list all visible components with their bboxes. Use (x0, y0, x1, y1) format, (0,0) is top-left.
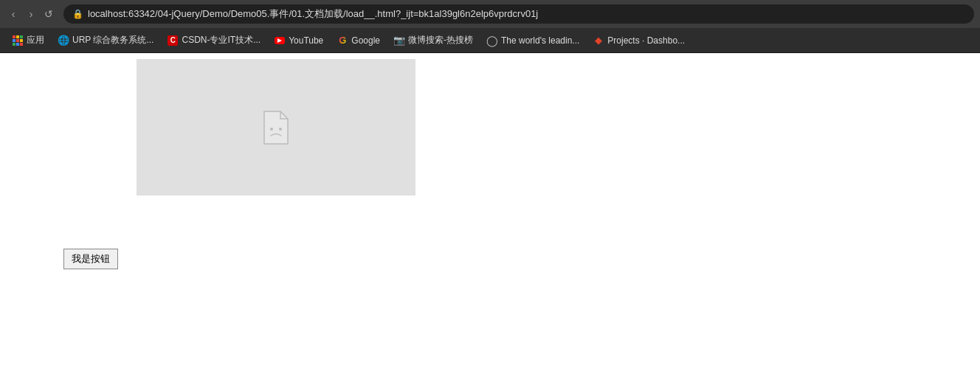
bookmark-weibo[interactable]: 📷 微博搜索-热搜榜 (387, 31, 479, 49)
page-button[interactable]: 我是按钮 (63, 249, 118, 269)
gitlab-icon: ◆ (593, 35, 604, 46)
lock-icon: 🔒 (72, 9, 83, 19)
bookmark-apps-label: 应用 (27, 34, 44, 46)
csdn-icon: C (167, 35, 179, 46)
bookmark-github-label: The world's leadin... (501, 35, 579, 46)
back-button[interactable]: ‹ (6, 7, 21, 21)
svg-point-0 (270, 128, 273, 131)
bookmarks-bar: 应用 🌐 URP 综合教务系统... C CSDN-专业IT技术... YouT… (0, 28, 980, 53)
bookmark-youtube-label: YouTube (289, 35, 323, 46)
reload-button[interactable]: ↺ (41, 7, 56, 21)
bookmark-gitlab[interactable]: ◆ Projects · Dashbo... (587, 32, 691, 49)
address-bar[interactable]: 🔒 localhost:63342/04-jQuery/Demo/Demo05.… (63, 4, 974, 24)
bookmark-google-label: Google (351, 35, 380, 46)
forward-button[interactable]: › (24, 7, 38, 21)
bookmark-weibo-label: 微博搜索-热搜榜 (408, 34, 473, 46)
bookmark-youtube[interactable]: YouTube (268, 32, 329, 49)
github-icon: ◯ (486, 35, 498, 46)
bookmark-github[interactable]: ◯ The world's leadin... (480, 32, 585, 49)
weibo-icon: 📷 (393, 35, 405, 46)
bookmark-csdn-label: CSDN-专业IT技术... (182, 34, 260, 46)
bookmark-urp[interactable]: 🌐 URP 综合教务系统... (52, 31, 159, 49)
bookmark-google[interactable]: G Google (331, 32, 386, 49)
bookmark-urp-label: URP 综合教务系统... (72, 34, 153, 46)
address-text: localhost:63342/04-jQuery/Demo/Demo05.事件… (88, 7, 538, 21)
iframe-placeholder (137, 59, 415, 196)
bookmark-apps[interactable]: 应用 (6, 31, 50, 49)
bookmark-csdn[interactable]: C CSDN-专业IT技术... (161, 31, 266, 49)
apps-icon (12, 35, 24, 46)
urp-globe-icon: 🌐 (58, 35, 69, 46)
nav-bar: ‹ › ↺ 🔒 localhost:63342/04-jQuery/Demo/D… (0, 0, 980, 28)
page-content: 我是按钮 (0, 53, 980, 377)
svg-point-1 (279, 128, 282, 131)
browser-chrome: ‹ › ↺ 🔒 localhost:63342/04-jQuery/Demo/D… (0, 0, 980, 53)
youtube-icon (274, 35, 286, 46)
google-icon: G (337, 35, 348, 46)
bookmark-gitlab-label: Projects · Dashbo... (607, 35, 685, 46)
broken-file-icon (261, 110, 291, 145)
nav-controls: ‹ › ↺ (6, 7, 56, 21)
